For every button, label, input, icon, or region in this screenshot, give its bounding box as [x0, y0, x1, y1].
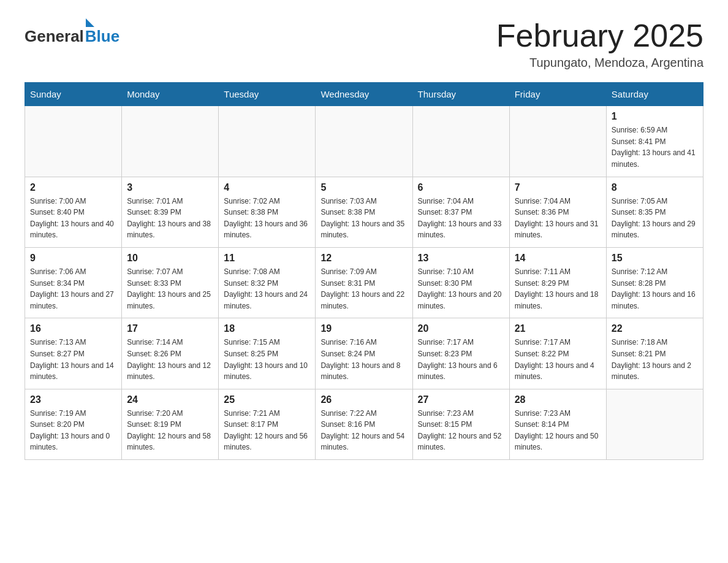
day-info: Sunrise: 7:13 AM Sunset: 8:27 PM Dayligh… — [30, 337, 116, 382]
day-info: Sunrise: 7:17 AM Sunset: 8:22 PM Dayligh… — [515, 337, 601, 382]
day-number: 16 — [30, 323, 116, 334]
day-info: Sunrise: 7:15 AM Sunset: 8:25 PM Dayligh… — [224, 337, 310, 382]
day-info: Sunrise: 7:08 AM Sunset: 8:32 PM Dayligh… — [224, 266, 310, 312]
week-row-3: 9Sunrise: 7:06 AM Sunset: 8:34 PM Daylig… — [25, 247, 703, 318]
week-row-4: 16Sunrise: 7:13 AM Sunset: 8:27 PM Dayli… — [25, 318, 703, 389]
calendar-cell — [25, 106, 122, 177]
day-info: Sunrise: 7:21 AM Sunset: 8:17 PM Dayligh… — [224, 408, 310, 453]
day-info: Sunrise: 6:59 AM Sunset: 8:41 PM Dayligh… — [612, 124, 698, 170]
calendar-cell — [412, 106, 509, 177]
day-info: Sunrise: 7:00 AM Sunset: 8:40 PM Dayligh… — [30, 196, 116, 241]
calendar-cell: 14Sunrise: 7:11 AM Sunset: 8:29 PM Dayli… — [509, 247, 606, 318]
day-number: 6 — [418, 182, 504, 193]
calendar-cell: 20Sunrise: 7:17 AM Sunset: 8:23 PM Dayli… — [412, 318, 509, 389]
calendar-cell: 15Sunrise: 7:12 AM Sunset: 8:28 PM Dayli… — [606, 247, 703, 318]
calendar-cell: 21Sunrise: 7:17 AM Sunset: 8:22 PM Dayli… — [509, 318, 606, 389]
day-info: Sunrise: 7:18 AM Sunset: 8:21 PM Dayligh… — [612, 337, 698, 382]
calendar-cell: 1Sunrise: 6:59 AM Sunset: 8:41 PM Daylig… — [606, 106, 703, 177]
logo-general-text: General — [25, 27, 84, 46]
calendar-cell: 19Sunrise: 7:16 AM Sunset: 8:24 PM Dayli… — [316, 318, 412, 389]
calendar-cell: 26Sunrise: 7:22 AM Sunset: 8:16 PM Dayli… — [316, 389, 412, 459]
logo: General Blue — [25, 18, 119, 46]
calendar-table: SundayMondayTuesdayWednesdayThursdayFrid… — [25, 82, 703, 460]
day-number: 11 — [224, 253, 310, 264]
day-number: 28 — [515, 394, 601, 405]
day-number: 23 — [30, 394, 116, 405]
calendar-cell: 11Sunrise: 7:08 AM Sunset: 8:32 PM Dayli… — [219, 247, 316, 318]
logo-triangle-icon — [86, 18, 94, 27]
weekday-header-friday: Friday — [509, 83, 606, 106]
calendar-cell: 23Sunrise: 7:19 AM Sunset: 8:20 PM Dayli… — [25, 389, 122, 459]
calendar-cell: 5Sunrise: 7:03 AM Sunset: 8:38 PM Daylig… — [316, 177, 412, 247]
calendar-title-area: February 2025 Tupungato, Mendoza, Argent… — [496, 18, 703, 70]
day-number: 8 — [612, 182, 698, 193]
calendar-title: February 2025 — [496, 18, 703, 53]
calendar-cell: 18Sunrise: 7:15 AM Sunset: 8:25 PM Dayli… — [219, 318, 316, 389]
calendar-cell: 27Sunrise: 7:23 AM Sunset: 8:15 PM Dayli… — [412, 389, 509, 459]
calendar-cell — [316, 106, 412, 177]
day-number: 1 — [612, 111, 698, 122]
day-number: 4 — [224, 182, 310, 193]
day-number: 15 — [612, 253, 698, 264]
day-number: 2 — [30, 182, 116, 193]
day-info: Sunrise: 7:04 AM Sunset: 8:36 PM Dayligh… — [515, 196, 601, 241]
day-number: 21 — [515, 323, 601, 334]
calendar-cell: 9Sunrise: 7:06 AM Sunset: 8:34 PM Daylig… — [25, 247, 122, 318]
day-number: 20 — [418, 323, 504, 334]
day-number: 5 — [320, 182, 407, 193]
day-info: Sunrise: 7:19 AM Sunset: 8:20 PM Dayligh… — [30, 408, 116, 453]
day-info: Sunrise: 7:05 AM Sunset: 8:35 PM Dayligh… — [612, 196, 698, 241]
day-number: 13 — [418, 253, 504, 264]
calendar-cell: 17Sunrise: 7:14 AM Sunset: 8:26 PM Dayli… — [122, 318, 219, 389]
day-number: 12 — [320, 253, 407, 264]
day-number: 9 — [30, 253, 116, 264]
calendar-cell: 22Sunrise: 7:18 AM Sunset: 8:21 PM Dayli… — [606, 318, 703, 389]
day-info: Sunrise: 7:10 AM Sunset: 8:30 PM Dayligh… — [418, 266, 504, 312]
weekday-header-thursday: Thursday — [412, 83, 509, 106]
day-info: Sunrise: 7:11 AM Sunset: 8:29 PM Dayligh… — [515, 266, 601, 312]
weekday-header-monday: Monday — [122, 83, 219, 106]
calendar-cell: 4Sunrise: 7:02 AM Sunset: 8:38 PM Daylig… — [219, 177, 316, 247]
day-info: Sunrise: 7:14 AM Sunset: 8:26 PM Dayligh… — [127, 337, 213, 382]
day-info: Sunrise: 7:16 AM Sunset: 8:24 PM Dayligh… — [320, 337, 407, 382]
calendar-subtitle: Tupungato, Mendoza, Argentina — [496, 56, 703, 70]
day-number: 22 — [612, 323, 698, 334]
day-info: Sunrise: 7:22 AM Sunset: 8:16 PM Dayligh… — [320, 408, 407, 453]
calendar-cell: 8Sunrise: 7:05 AM Sunset: 8:35 PM Daylig… — [606, 177, 703, 247]
day-number: 3 — [127, 182, 213, 193]
day-info: Sunrise: 7:20 AM Sunset: 8:19 PM Dayligh… — [127, 408, 213, 453]
day-number: 18 — [224, 323, 310, 334]
weekday-header-tuesday: Tuesday — [219, 83, 316, 106]
week-row-5: 23Sunrise: 7:19 AM Sunset: 8:20 PM Dayli… — [25, 389, 703, 459]
calendar-cell: 25Sunrise: 7:21 AM Sunset: 8:17 PM Dayli… — [219, 389, 316, 459]
weekday-header-saturday: Saturday — [606, 83, 703, 106]
calendar-cell: 16Sunrise: 7:13 AM Sunset: 8:27 PM Dayli… — [25, 318, 122, 389]
calendar-cell: 24Sunrise: 7:20 AM Sunset: 8:19 PM Dayli… — [122, 389, 219, 459]
day-number: 17 — [127, 323, 213, 334]
day-number: 19 — [320, 323, 407, 334]
weekday-header-sunday: Sunday — [25, 83, 122, 106]
week-row-1: 1Sunrise: 6:59 AM Sunset: 8:41 PM Daylig… — [25, 106, 703, 177]
day-info: Sunrise: 7:23 AM Sunset: 8:15 PM Dayligh… — [418, 408, 504, 453]
day-info: Sunrise: 7:12 AM Sunset: 8:28 PM Dayligh… — [612, 266, 698, 312]
calendar-cell — [606, 389, 703, 459]
day-info: Sunrise: 7:17 AM Sunset: 8:23 PM Dayligh… — [418, 337, 504, 382]
calendar-cell: 2Sunrise: 7:00 AM Sunset: 8:40 PM Daylig… — [25, 177, 122, 247]
day-number: 27 — [418, 394, 504, 405]
weekday-header-row: SundayMondayTuesdayWednesdayThursdayFrid… — [25, 83, 703, 106]
weekday-header-wednesday: Wednesday — [316, 83, 412, 106]
calendar-cell: 28Sunrise: 7:23 AM Sunset: 8:14 PM Dayli… — [509, 389, 606, 459]
calendar-cell: 6Sunrise: 7:04 AM Sunset: 8:37 PM Daylig… — [412, 177, 509, 247]
calendar-cell — [509, 106, 606, 177]
calendar-cell: 12Sunrise: 7:09 AM Sunset: 8:31 PM Dayli… — [316, 247, 412, 318]
page-header: General Blue February 2025 Tupungato, Me… — [25, 18, 703, 70]
calendar-cell: 10Sunrise: 7:07 AM Sunset: 8:33 PM Dayli… — [122, 247, 219, 318]
day-info: Sunrise: 7:01 AM Sunset: 8:39 PM Dayligh… — [127, 196, 213, 241]
day-info: Sunrise: 7:06 AM Sunset: 8:34 PM Dayligh… — [30, 266, 116, 312]
day-number: 25 — [224, 394, 310, 405]
day-number: 24 — [127, 394, 213, 405]
day-info: Sunrise: 7:07 AM Sunset: 8:33 PM Dayligh… — [127, 266, 213, 312]
logo-blue-text: Blue — [85, 27, 119, 46]
calendar-cell: 7Sunrise: 7:04 AM Sunset: 8:36 PM Daylig… — [509, 177, 606, 247]
day-info: Sunrise: 7:23 AM Sunset: 8:14 PM Dayligh… — [515, 408, 601, 453]
